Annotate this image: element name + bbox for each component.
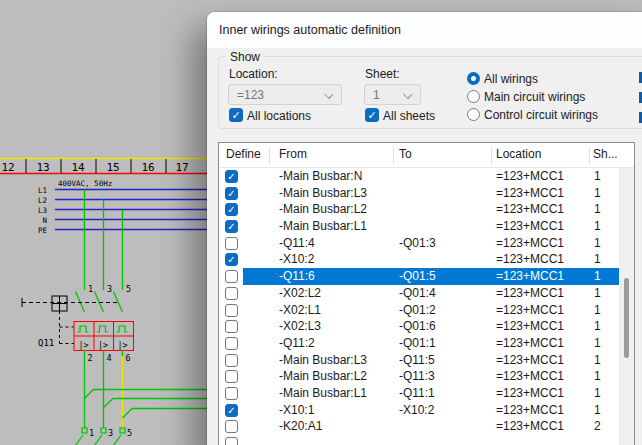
outgoing-wires xyxy=(85,351,213,429)
breaker-tag: Q11 xyxy=(38,338,54,348)
ruler-number: 16 xyxy=(141,161,154,174)
all-sheets-label: All sheets xyxy=(383,109,435,123)
table-row[interactable]: -Q11:2-Q01:1=123+MCC11 xyxy=(219,335,619,352)
define-checkbox[interactable] xyxy=(225,370,238,383)
table-row[interactable]: -K20:A1=123+MCC12 xyxy=(219,418,619,435)
define-checkbox[interactable] xyxy=(225,404,238,417)
define-checkbox[interactable] xyxy=(225,253,238,266)
column-separator xyxy=(393,147,394,164)
cell-from: -Q11:2 xyxy=(279,336,315,350)
radio-all-wirings-label: All wirings xyxy=(484,72,538,86)
cell-location: =123+MCC1 xyxy=(496,336,564,350)
cell-to: -Q01:5 xyxy=(399,269,436,283)
radio-all-wirings[interactable] xyxy=(467,72,480,85)
define-checkbox[interactable] xyxy=(225,387,238,400)
cell-sheet: 1 xyxy=(594,386,601,400)
dialog-titlebar[interactable]: Inner wirings automatic definition xyxy=(207,12,642,48)
table-row[interactable]: -Main Busbar:L1-Q11:1=123+MCC11 xyxy=(219,385,619,402)
all-sheets-checkbox[interactable] xyxy=(365,108,379,122)
cell-sheet: 1 xyxy=(594,236,601,250)
sheet-combobox[interactable]: 1 xyxy=(364,84,421,105)
cell-location: =123+MCC1 xyxy=(496,419,564,433)
wiring-table: Define From To Location Sh... -Main Busb… xyxy=(218,142,635,445)
define-checkbox[interactable] xyxy=(225,287,238,300)
column-header-location[interactable]: Location xyxy=(496,147,541,161)
phase-label: PE xyxy=(38,226,48,235)
phase-label: L3 xyxy=(38,206,47,215)
table-row[interactable]: -Main Busbar:L2=123+MCC11 xyxy=(219,201,619,218)
vertical-scrollbar[interactable] xyxy=(619,168,634,445)
sheet-value: 1 xyxy=(373,88,380,102)
define-checkbox[interactable] xyxy=(225,237,238,250)
table-row[interactable]: -Main Busbar:L2-Q11:3=123+MCC11 xyxy=(219,368,619,385)
cell-sheet: 1 xyxy=(594,303,601,317)
define-checkbox[interactable] xyxy=(225,320,238,333)
thermal-element-symbols xyxy=(78,326,128,332)
table-row[interactable]: -Main Busbar:L3-Q11:5=123+MCC11 xyxy=(219,352,619,369)
terminal-label: 3 xyxy=(108,428,113,438)
column-header-define[interactable]: Define xyxy=(226,147,261,161)
cell-location: =123+MCC1 xyxy=(496,202,564,216)
cell-location: =123+MCC1 xyxy=(496,169,564,183)
cell-from: -X02:L2 xyxy=(279,286,321,300)
cell-location: =123+MCC1 xyxy=(496,386,564,400)
table-row[interactable]: -Main Busbar:L3=123+MCC11 xyxy=(219,185,619,202)
define-checkbox[interactable] xyxy=(225,304,238,317)
feeder-wires xyxy=(85,190,123,291)
radio-control-circuit-wirings-label: Control circuit wirings xyxy=(484,108,598,122)
cell-sheet: 1 xyxy=(594,202,601,216)
define-checkbox[interactable] xyxy=(225,354,238,367)
cell-location: =123+MCC1 xyxy=(496,236,564,250)
table-row[interactable]: -X02:L2-Q01:4=123+MCC11 xyxy=(219,285,619,302)
table-row[interactable]: -X10:1-X10:2=123+MCC11 xyxy=(219,402,619,419)
define-checkbox[interactable] xyxy=(225,270,238,283)
define-checkbox[interactable] xyxy=(225,187,238,200)
define-checkbox[interactable] xyxy=(225,170,238,183)
cell-location: =123+MCC1 xyxy=(496,286,564,300)
circuit-breaker-q11: 1 3 5 Q11 xyxy=(22,284,134,364)
scrollbar-thumb[interactable] xyxy=(624,278,629,358)
column-separator xyxy=(589,147,590,164)
cell-sheet: 1 xyxy=(594,169,601,183)
cell-from: -Q11:4 xyxy=(279,236,315,250)
column-header-sheet[interactable]: Sh... xyxy=(593,147,618,161)
define-checkbox[interactable] xyxy=(225,337,238,350)
show-group-label: Show xyxy=(226,50,264,64)
table-row[interactable] xyxy=(219,435,619,445)
dialog-title: Inner wirings automatic definition xyxy=(219,23,401,37)
table-row[interactable]: -Main Busbar:L1=123+MCC11 xyxy=(219,218,619,235)
define-checkbox[interactable] xyxy=(225,203,238,216)
cell-from: -Main Busbar:L1 xyxy=(279,219,367,233)
column-header-to[interactable]: To xyxy=(399,147,412,161)
table-row[interactable]: -X02:L1-Q01:2=123+MCC11 xyxy=(219,302,619,319)
cell-location: =123+MCC1 xyxy=(496,319,564,333)
table-row[interactable]: -Q11:4-Q01:3=123+MCC11 xyxy=(219,235,619,252)
table-row[interactable]: -X10:2=123+MCC11 xyxy=(219,251,619,268)
define-checkbox[interactable] xyxy=(225,420,238,433)
cell-to: -Q01:2 xyxy=(399,303,436,317)
all-locations-checkbox[interactable] xyxy=(229,108,243,122)
all-locations-label: All locations xyxy=(247,109,311,123)
cell-sheet: 1 xyxy=(594,269,601,283)
column-header-from[interactable]: From xyxy=(279,147,307,161)
location-combobox[interactable]: =123 xyxy=(228,84,342,105)
cell-location: =123+MCC1 xyxy=(496,353,564,367)
supply-voltage-label: 400VAC, 50Hz xyxy=(58,179,112,188)
cell-from: -Main Busbar:L3 xyxy=(279,353,367,367)
define-checkbox[interactable] xyxy=(225,437,238,445)
radio-control-circuit-wirings[interactable] xyxy=(467,108,480,121)
phase-label: L2 xyxy=(38,196,47,205)
main-busbar: 400VAC, 50Hz L1 L2 L3 N PE xyxy=(38,179,212,235)
table-row[interactable]: -Main Busbar:N=123+MCC11 xyxy=(219,168,619,185)
lower-terminals: 1 3 5 xyxy=(75,428,132,445)
define-checkbox[interactable] xyxy=(225,220,238,233)
sheet-ruler: 12 13 14 15 16 17 xyxy=(0,159,212,174)
table-row[interactable]: -Q11:6-Q01:5=123+MCC11 xyxy=(219,268,619,285)
cell-to: -Q11:3 xyxy=(399,369,435,383)
cell-location: =123+MCC1 xyxy=(496,303,564,317)
table-row[interactable]: -X02:L3-Q01:6=123+MCC11 xyxy=(219,318,619,335)
cell-to: -Q01:6 xyxy=(399,319,436,333)
cell-to: -Q01:4 xyxy=(399,286,436,300)
radio-main-circuit-wirings[interactable] xyxy=(467,90,480,103)
svg-text:|>: |> xyxy=(79,340,89,350)
